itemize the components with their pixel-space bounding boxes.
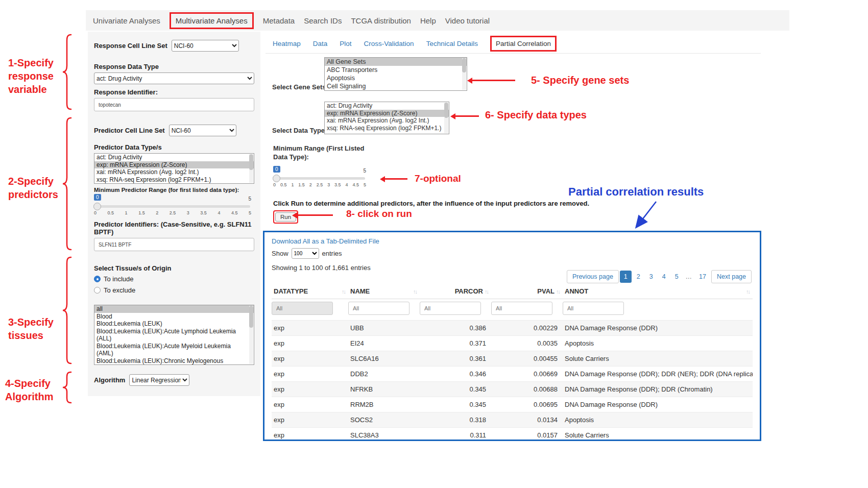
filter-name-input[interactable] bbox=[348, 302, 409, 315]
listbox-option[interactable]: xai: mRNA Expression (Avg. log2 Int.) bbox=[94, 168, 254, 176]
slider-handle[interactable] bbox=[273, 175, 280, 182]
table-row[interactable]: exp SOCS2 0.318 0.0134 Apoptosis bbox=[272, 412, 753, 428]
listbox-option[interactable]: xsq: RNA-seq Expression (log2 FPKM+1.) bbox=[325, 125, 449, 132]
gene-sets-listbox[interactable]: All Gene SetsABC TransportersApoptosisCe… bbox=[324, 57, 467, 91]
pagination-item[interactable]: 4 bbox=[658, 271, 670, 283]
show-label: Show bbox=[272, 250, 288, 257]
tissue-listbox[interactable]: allBloodBlood:Leukemia (LEUK)Blood:Leuke… bbox=[94, 305, 254, 365]
pagination-item[interactable]: 17 bbox=[695, 271, 710, 283]
column-header-name[interactable]: NAME↑↓ bbox=[348, 284, 420, 299]
listbox-option[interactable]: Blood:Leukemia (LEUK) bbox=[94, 320, 254, 328]
table-row[interactable]: exp UBB 0.386 0.00229 DNA Damage Respons… bbox=[272, 321, 753, 336]
slider-max-label: 5 bbox=[363, 168, 366, 174]
scrollbar-thumb[interactable] bbox=[249, 154, 253, 170]
listbox-option[interactable]: All Gene Sets bbox=[325, 58, 467, 66]
download-link[interactable]: Download All as a Tab-Delimited File bbox=[272, 237, 379, 245]
filter-row bbox=[272, 299, 753, 321]
pagination-item[interactable]: 1 bbox=[620, 271, 632, 283]
radio-include-label: To include bbox=[104, 275, 134, 283]
listbox-option[interactable]: Blood bbox=[94, 313, 254, 321]
pagination-item[interactable]: 2 bbox=[633, 271, 644, 283]
minimum-range-slider[interactable]: 0 5 00.511.522.533.544.55 bbox=[273, 166, 366, 190]
listbox-option[interactable]: exp: mRNA Expression (Z-Score) bbox=[325, 110, 449, 117]
listbox-option[interactable]: Apoptosis bbox=[325, 74, 467, 82]
tab[interactable]: Partial Correlation bbox=[490, 36, 557, 52]
listbox-option[interactable]: exp: mRNA Expression (Z-Score) bbox=[94, 161, 254, 169]
tab[interactable]: Data bbox=[313, 40, 328, 47]
tab[interactable]: Plot bbox=[340, 40, 351, 47]
listbox-option[interactable]: Blood:Leukemia (LEUK):Acute Lymphoid Leu… bbox=[94, 328, 254, 343]
listbox-option[interactable]: Cell Signaling bbox=[325, 82, 467, 90]
table-row[interactable]: exp SLC6A16 0.361 0.00455 Solute Carrier… bbox=[272, 351, 753, 367]
annotation-step7: 7-optional bbox=[415, 173, 461, 185]
predictor-cell-line-select[interactable]: NCI-60 bbox=[169, 125, 236, 136]
column-header-pval[interactable]: PVAL↑↓ bbox=[491, 284, 563, 299]
filter-datatype-input[interactable] bbox=[272, 302, 333, 315]
response-data-type-select[interactable]: act: Drug Activity bbox=[94, 72, 254, 84]
pagination-item[interactable]: 5 bbox=[671, 271, 683, 283]
sort-icon: ↑↓ bbox=[485, 288, 489, 295]
listbox-option[interactable]: all bbox=[94, 305, 254, 313]
listbox-option[interactable]: xai: mRNA Expression (Avg. log2 Int.) bbox=[325, 117, 449, 125]
filter-annot-input[interactable] bbox=[563, 302, 624, 315]
pagination-item[interactable]: Next page bbox=[711, 270, 752, 283]
brace-icon bbox=[61, 34, 73, 110]
scrollbar[interactable] bbox=[462, 58, 466, 90]
nav-item[interactable]: Multivariate Analyses bbox=[170, 12, 254, 29]
listbox-option[interactable]: xsq: RNA-seq Expression (log2 FPKM+1.) bbox=[94, 176, 254, 184]
scrollbar-thumb[interactable] bbox=[444, 103, 448, 118]
nav-item[interactable]: Search IDs bbox=[304, 16, 342, 25]
slider-track[interactable] bbox=[274, 177, 365, 180]
response-cell-line-select[interactable]: NCI-60 bbox=[172, 40, 239, 52]
filter-parcor-input[interactable] bbox=[420, 302, 481, 315]
filter-pval-input[interactable] bbox=[491, 302, 552, 315]
listbox-option[interactable]: act: Drug Activity bbox=[325, 102, 449, 110]
algorithm-select[interactable]: Linear Regression bbox=[129, 374, 189, 386]
pagination-item[interactable]: … bbox=[684, 271, 694, 283]
tab[interactable]: Cross-Validation bbox=[364, 40, 414, 47]
response-identifier-input[interactable] bbox=[94, 98, 254, 111]
pagination-item[interactable]: 3 bbox=[645, 271, 657, 283]
slider-tick: 5 bbox=[249, 210, 251, 215]
nav-item[interactable]: Metadata bbox=[263, 16, 295, 25]
data-types-listbox[interactable]: act: Drug Activityexp: mRNA Expression (… bbox=[324, 102, 449, 134]
scrollbar[interactable] bbox=[444, 103, 448, 133]
scrollbar-thumb[interactable] bbox=[249, 306, 253, 328]
page-length-select[interactable]: 100 bbox=[292, 248, 319, 259]
radio-to-include[interactable]: To include bbox=[94, 275, 254, 283]
scrollbar-thumb[interactable] bbox=[462, 58, 466, 72]
table-row[interactable]: exp NFRKB 0.345 0.00688 DNA Damage Respo… bbox=[272, 382, 753, 397]
nav-item[interactable]: TCGA distribution bbox=[351, 16, 411, 25]
tab[interactable]: Heatmap bbox=[273, 40, 301, 47]
column-header-annot[interactable]: ANNOT↑↓ bbox=[563, 284, 753, 299]
slider-max-label: 5 bbox=[248, 196, 251, 202]
table-row[interactable]: exp RRM2B 0.345 0.00695 DNA Damage Respo… bbox=[272, 397, 753, 412]
radio-to-exclude[interactable]: To exclude bbox=[94, 286, 254, 294]
table-row[interactable]: exp EI24 0.371 0.0035 Apoptosis bbox=[272, 336, 753, 351]
predictor-data-types-listbox[interactable]: act: Drug Activityexp: mRNA Expression (… bbox=[94, 153, 254, 184]
column-header-datatype[interactable]: DATATYPE↑↓ bbox=[272, 284, 348, 299]
slider-tick: 4 bbox=[346, 182, 348, 187]
results-pointer-arrow bbox=[631, 200, 663, 232]
listbox-option[interactable]: Blood:Leukemia (LEUK):Chronic Myelogenou… bbox=[94, 357, 254, 365]
nav-item[interactable]: Help bbox=[420, 16, 436, 25]
tab[interactable]: Technical Details bbox=[426, 40, 478, 47]
algorithm-label: Algorithm bbox=[94, 376, 125, 384]
scrollbar[interactable] bbox=[249, 154, 253, 183]
predictor-range-slider[interactable]: 0 5 00.511.522.533.544.55 bbox=[94, 194, 251, 218]
listbox-option[interactable]: Blood:Leukemia (LEUK):Acute Myeloid Leuk… bbox=[94, 343, 254, 357]
predictor-identifiers-input[interactable] bbox=[94, 238, 254, 251]
scrollbar[interactable] bbox=[249, 306, 253, 364]
pagination-item[interactable]: Previous page bbox=[567, 270, 619, 283]
listbox-option[interactable]: ABC Transporters bbox=[325, 66, 467, 74]
sort-icon: ↑↓ bbox=[342, 288, 346, 295]
annotation-step3: 3-Specify tissues bbox=[8, 315, 54, 342]
nav-item[interactable]: Univariate Analyses bbox=[93, 16, 160, 25]
table-row[interactable]: exp SLC38A3 0.311 0.0157 Solute Carriers bbox=[272, 428, 753, 443]
nav-item[interactable]: Video tutorial bbox=[445, 16, 490, 25]
column-header-parcor[interactable]: PARCOR↑↓ bbox=[420, 284, 491, 299]
slider-track[interactable] bbox=[95, 205, 250, 208]
table-row[interactable]: exp DDB2 0.346 0.00669 DNA Damage Respon… bbox=[272, 367, 753, 382]
listbox-option[interactable]: act: Drug Activity bbox=[94, 154, 254, 161]
slider-handle[interactable] bbox=[93, 203, 101, 210]
